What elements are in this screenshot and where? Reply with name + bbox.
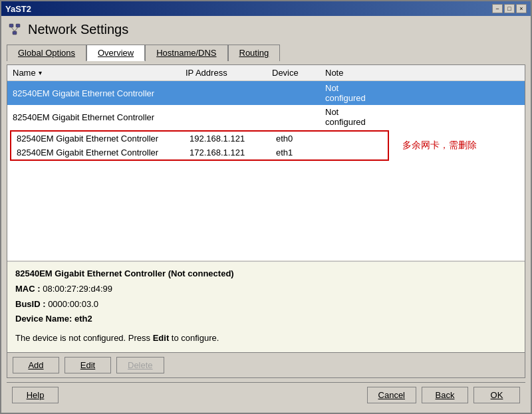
action-buttons: Add Edit Delete xyxy=(7,352,525,377)
sort-arrow-icon: ▾ xyxy=(39,69,42,76)
page-header: Network Settings xyxy=(7,21,525,40)
svg-rect-0 xyxy=(9,24,13,27)
help-button[interactable]: Help xyxy=(12,387,59,403)
maximize-button[interactable]: □ xyxy=(504,4,515,13)
cancel-button[interactable]: Cancel xyxy=(367,387,416,403)
tab-overview[interactable]: Overview xyxy=(86,45,145,61)
svg-line-3 xyxy=(11,27,15,31)
ok-button[interactable]: OK xyxy=(473,387,520,403)
page-title: Network Settings xyxy=(28,22,128,37)
tab-global-options[interactable]: Global Options xyxy=(7,45,86,61)
table-header: Name ▾ IP Address Device Note xyxy=(7,65,525,81)
close-button[interactable]: × xyxy=(516,4,527,13)
col-header-ip: IP Address xyxy=(186,68,272,78)
svg-rect-2 xyxy=(13,31,17,35)
cell-device: eth1 xyxy=(276,148,329,157)
table-row[interactable]: 82540EM Gigabit Ethernet Controller Not … xyxy=(7,81,525,105)
table-row[interactable]: 82540EM Gigabit Ethernet Controller 172.… xyxy=(11,146,388,159)
bordered-rows-container: 82540EM Gigabit Ethernet Controller 192.… xyxy=(7,129,525,162)
device-title: 82540EM Gigabit Ethernet Controller (Not… xyxy=(15,268,234,278)
table-row[interactable]: 82540EM Gigabit Ethernet Controller 192.… xyxy=(11,132,388,146)
table-area: Name ▾ IP Address Device Note 82540EM Gi… xyxy=(7,65,525,261)
cell-name: 82540EM Gigabit Ethernet Controller xyxy=(13,88,186,98)
cell-note: Not configured xyxy=(325,107,378,127)
delete-button[interactable]: Delete xyxy=(116,357,164,373)
info-description-end: to configure. xyxy=(169,333,219,343)
bottom-left: Help xyxy=(12,387,59,403)
svg-rect-1 xyxy=(16,24,20,27)
info-panel: 82540EM Gigabit Ethernet Controller (Not… xyxy=(7,261,525,352)
cell-note: Not configured xyxy=(325,83,378,103)
col-header-name: Name ▾ xyxy=(13,68,186,78)
back-button[interactable]: Back xyxy=(422,387,468,403)
bordered-rows: 82540EM Gigabit Ethernet Controller 192.… xyxy=(10,130,389,161)
tab-hostname-dns[interactable]: Hostname/DNS xyxy=(145,45,227,61)
mac-label: MAC : xyxy=(15,284,41,294)
cell-name: 82540EM Gigabit Ethernet Controller xyxy=(13,112,186,122)
annotation-label: 多余网卡，需删除 xyxy=(402,140,477,152)
table-row[interactable]: 82540EM Gigabit Ethernet Controller Not … xyxy=(7,105,525,129)
device-name-label: Device Name: eth2 xyxy=(15,314,92,324)
edit-button[interactable]: Edit xyxy=(65,357,111,373)
busid-value: 0000:00:03.0 xyxy=(48,299,98,309)
table-body: 82540EM Gigabit Ethernet Controller Not … xyxy=(7,81,525,162)
cell-name: 82540EM Gigabit Ethernet Controller xyxy=(17,134,190,144)
cell-ip: 172.168.1.121 xyxy=(190,148,276,157)
content-area: Network Settings Global Options Overview… xyxy=(1,16,531,413)
tab-bar: Global Options Overview Hostname/DNS Rou… xyxy=(7,44,525,60)
main-panel: Name ▾ IP Address Device Note 82540EM Gi… xyxy=(7,64,525,378)
tab-routing[interactable]: Routing xyxy=(228,45,281,61)
main-window: YaST2 − □ × Network Settings xyxy=(0,0,532,414)
bottom-right: Cancel Back OK xyxy=(367,387,520,403)
col-header-note: Note xyxy=(325,68,378,78)
edit-word: Edit xyxy=(153,333,170,343)
add-button[interactable]: Add xyxy=(13,357,59,373)
mac-value: 08:00:27:29:d4:99 xyxy=(43,284,112,294)
title-bar: YaST2 − □ × xyxy=(1,1,531,16)
col-header-device: Device xyxy=(272,68,325,78)
svg-line-4 xyxy=(15,27,18,31)
window-controls: − □ × xyxy=(492,4,527,13)
cell-name: 82540EM Gigabit Ethernet Controller xyxy=(17,148,190,157)
cell-device: eth0 xyxy=(276,134,329,144)
info-description: The device is not configured. Press xyxy=(15,333,153,343)
minimize-button[interactable]: − xyxy=(492,4,503,13)
bottom-bar: Help Cancel Back OK xyxy=(7,382,525,407)
busid-label: BusID : xyxy=(15,299,46,309)
window-title: YaST2 xyxy=(5,4,31,14)
cell-ip: 192.168.1.121 xyxy=(190,134,276,144)
network-icon xyxy=(7,21,23,37)
